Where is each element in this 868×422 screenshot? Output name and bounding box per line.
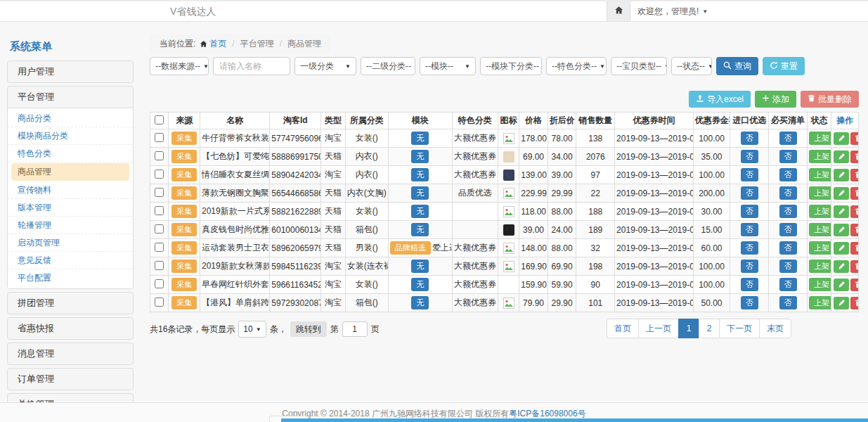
search-button[interactable]: 查询 bbox=[716, 57, 758, 75]
row-checkbox[interactable] bbox=[155, 151, 164, 160]
edit-button[interactable] bbox=[834, 224, 849, 236]
row-checkbox[interactable] bbox=[155, 261, 164, 270]
row-checkbox[interactable] bbox=[155, 170, 164, 179]
edit-button[interactable] bbox=[834, 169, 849, 181]
sidebar-heading-savings-express[interactable]: 省惠快报 bbox=[8, 318, 133, 339]
sidebar-heading-order-management[interactable]: 订单管理 bbox=[8, 369, 133, 390]
pager-page-1[interactable]: 1 bbox=[678, 319, 699, 338]
pager-next-page[interactable]: 下一页 bbox=[719, 319, 760, 338]
filter-select-status[interactable]: --状态--▼ bbox=[671, 57, 712, 75]
sidebar-item-module-product-category[interactable]: 模块商品分类 bbox=[8, 127, 133, 145]
must-buy-badge[interactable]: 否 bbox=[779, 278, 797, 290]
add-button[interactable]: 添加 bbox=[755, 91, 796, 108]
import-select-badge[interactable]: 否 bbox=[741, 205, 758, 217]
delete-button[interactable] bbox=[850, 260, 858, 273]
pager-prev-page[interactable]: 上一页 bbox=[638, 319, 679, 338]
sidebar-heading-group-buy-management[interactable]: 拼团管理 bbox=[8, 293, 133, 314]
filter-select-item-type[interactable]: --宝贝类型--▼ bbox=[611, 57, 667, 75]
delete-button[interactable] bbox=[850, 297, 858, 309]
row-checkbox[interactable] bbox=[155, 224, 164, 234]
pager-last-page[interactable]: 末页 bbox=[759, 319, 791, 338]
sidebar-item-product-management[interactable]: 商品管理 bbox=[11, 163, 129, 181]
pager-first-page[interactable]: 首页 bbox=[607, 319, 639, 338]
filter-select-category-level1[interactable]: 一级分类▼ bbox=[294, 57, 356, 75]
edit-button[interactable] bbox=[834, 260, 849, 273]
sidebar-item-promo-material[interactable]: 宣传物料 bbox=[8, 181, 133, 199]
edit-button[interactable] bbox=[834, 279, 849, 291]
delete-button[interactable] bbox=[850, 187, 858, 200]
delete-button[interactable] bbox=[850, 242, 858, 255]
filter-select-module[interactable]: --模块--▼ bbox=[420, 57, 476, 75]
module-badge[interactable]: 无 bbox=[411, 278, 429, 290]
status-badge[interactable]: 上架 bbox=[809, 205, 831, 217]
module-badge[interactable]: 无 bbox=[411, 223, 429, 236]
module-badge[interactable]: 无 bbox=[411, 296, 429, 309]
module-badge[interactable]: 无 bbox=[411, 186, 429, 199]
status-badge[interactable]: 上架 bbox=[809, 223, 831, 236]
home-button[interactable] bbox=[607, 1, 630, 21]
import-select-badge[interactable]: 否 bbox=[741, 168, 758, 181]
row-checkbox[interactable] bbox=[155, 188, 164, 197]
row-checkbox[interactable] bbox=[155, 243, 164, 252]
status-badge[interactable]: 上架 bbox=[809, 241, 831, 254]
filter-select-feature-category[interactable]: --特色分类--▼ bbox=[546, 57, 607, 75]
status-badge[interactable]: 上架 bbox=[809, 278, 831, 290]
page-number-input[interactable] bbox=[342, 321, 368, 337]
sidebar-item-version-management[interactable]: 版本管理 bbox=[8, 199, 133, 217]
edit-button[interactable] bbox=[834, 242, 849, 255]
filter-select-category-level2[interactable]: --二级分类--▼ bbox=[361, 57, 415, 75]
delete-button[interactable] bbox=[850, 279, 858, 291]
status-badge[interactable]: 上架 bbox=[809, 296, 831, 309]
must-buy-badge[interactable]: 否 bbox=[779, 296, 797, 309]
edit-button[interactable] bbox=[834, 205, 849, 218]
import-select-badge[interactable]: 否 bbox=[741, 278, 758, 290]
filter-select-data-source[interactable]: --数据来源--▼ bbox=[150, 57, 209, 75]
status-badge[interactable]: 上架 bbox=[809, 186, 831, 199]
import-select-badge[interactable]: 否 bbox=[741, 260, 758, 272]
must-buy-badge[interactable]: 否 bbox=[779, 132, 797, 144]
user-menu[interactable]: 欢迎您，管理员!▼ bbox=[637, 1, 708, 22]
sidebar-item-carousel-management[interactable]: 轮播管理 bbox=[8, 217, 133, 234]
import-select-badge[interactable]: 否 bbox=[741, 296, 758, 309]
must-buy-badge[interactable]: 否 bbox=[779, 168, 797, 181]
module-badge[interactable]: 品牌精选 bbox=[390, 241, 431, 254]
must-buy-badge[interactable]: 否 bbox=[779, 205, 797, 217]
import-excel-button[interactable]: 导入excel bbox=[689, 91, 751, 108]
jump-button[interactable]: 跳转到 bbox=[290, 321, 327, 337]
pager-page-2[interactable]: 2 bbox=[699, 319, 720, 338]
edit-button[interactable] bbox=[834, 297, 849, 309]
import-select-badge[interactable]: 否 bbox=[741, 223, 758, 236]
status-badge[interactable]: 上架 bbox=[809, 132, 831, 144]
sidebar-item-splash-management[interactable]: 启动页管理 bbox=[8, 234, 133, 252]
sidebar-item-feedback[interactable]: 意见反馈 bbox=[8, 252, 133, 269]
must-buy-badge[interactable]: 否 bbox=[779, 241, 797, 254]
module-badge[interactable]: 无 bbox=[411, 150, 429, 162]
import-select-badge[interactable]: 否 bbox=[741, 186, 758, 199]
filter-input-product-name[interactable] bbox=[213, 57, 290, 75]
edit-button[interactable] bbox=[834, 187, 849, 200]
status-badge[interactable]: 上架 bbox=[809, 168, 831, 181]
must-buy-badge[interactable]: 否 bbox=[779, 186, 797, 199]
row-checkbox[interactable] bbox=[155, 279, 164, 288]
icp-link[interactable]: 粤ICP备16098006号 bbox=[509, 409, 585, 418]
must-buy-badge[interactable]: 否 bbox=[779, 260, 797, 272]
row-checkbox[interactable] bbox=[155, 206, 164, 215]
status-badge[interactable]: 上架 bbox=[809, 150, 831, 162]
reset-button[interactable]: 重置 bbox=[763, 57, 805, 75]
module-badge[interactable]: 无 bbox=[411, 205, 429, 217]
must-buy-badge[interactable]: 否 bbox=[779, 150, 797, 162]
sidebar-item-feature-category[interactable]: 特色分类 bbox=[8, 145, 133, 162]
select-all-checkbox[interactable] bbox=[155, 115, 164, 124]
must-buy-badge[interactable]: 否 bbox=[779, 223, 797, 236]
delete-button[interactable] bbox=[850, 224, 858, 236]
sidebar-heading-message-management[interactable]: 消息管理 bbox=[8, 343, 133, 364]
delete-button[interactable] bbox=[850, 151, 858, 163]
delete-button[interactable] bbox=[850, 205, 858, 218]
delete-button[interactable] bbox=[850, 132, 858, 145]
breadcrumb-home-link[interactable]: 首页 bbox=[209, 39, 226, 49]
filter-select-module-subcategory[interactable]: --模块下分类--▼ bbox=[480, 57, 542, 75]
per-page-select[interactable]: 10 ▼ bbox=[238, 321, 266, 338]
delete-button[interactable] bbox=[850, 169, 858, 181]
import-select-badge[interactable]: 否 bbox=[741, 132, 758, 144]
module-badge[interactable]: 无 bbox=[411, 260, 429, 272]
